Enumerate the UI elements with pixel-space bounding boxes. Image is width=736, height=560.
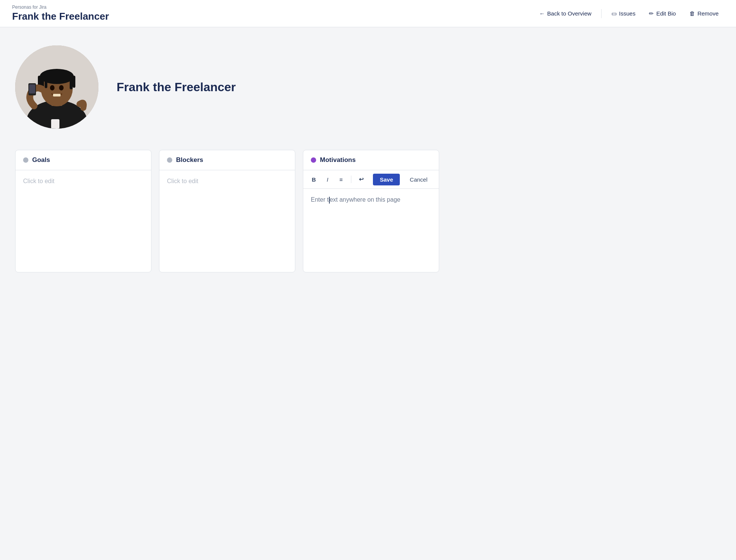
goals-card: Goals Click to edit xyxy=(15,150,151,272)
motivations-card-header: Motivations xyxy=(303,150,439,170)
italic-button[interactable]: I xyxy=(321,173,334,185)
arrow-left-icon: ← xyxy=(539,10,545,17)
header-nav: ← Back to Overview ▭ Issues ✏ Edit Bio 🗑… xyxy=(534,7,724,20)
goals-title: Goals xyxy=(32,156,50,164)
blockers-card-body[interactable]: Click to edit xyxy=(159,170,295,192)
motivations-card: Motivations B I ≡ ↩ Save Cancel xyxy=(303,150,439,272)
edit-bio-label: Edit Bio xyxy=(656,10,676,17)
save-button[interactable]: Save xyxy=(373,174,400,185)
list-button[interactable]: ≡ xyxy=(335,173,347,185)
blockers-dot xyxy=(167,157,172,163)
issues-button[interactable]: ▭ Issues xyxy=(606,7,641,20)
edit-bio-button[interactable]: ✏ Edit Bio xyxy=(644,7,681,20)
back-to-overview-button[interactable]: ← Back to Overview xyxy=(534,7,597,20)
motivations-title: Motivations xyxy=(320,156,356,164)
undo-icon: ↩ xyxy=(359,176,364,183)
svg-rect-15 xyxy=(29,84,35,93)
goals-card-header: Goals xyxy=(16,150,151,170)
cancel-button[interactable]: Cancel xyxy=(403,174,434,185)
nav-divider xyxy=(601,9,602,18)
editor-placeholder: Enter text anywhere on this page xyxy=(311,196,400,203)
svg-rect-9 xyxy=(70,75,73,89)
text-cursor xyxy=(329,197,330,204)
list-icon: ≡ xyxy=(340,176,343,183)
goals-dot xyxy=(23,157,28,163)
svg-point-11 xyxy=(50,85,55,90)
bookmark-icon: ▭ xyxy=(611,10,617,17)
pencil-icon: ✏ xyxy=(649,10,654,17)
blockers-placeholder[interactable]: Click to edit xyxy=(167,178,198,184)
motivations-dot xyxy=(311,157,316,163)
main-content: Frank the Freelancer Goals Click to edit… xyxy=(0,27,454,288)
avatar-image xyxy=(15,45,98,129)
blockers-title: Blockers xyxy=(176,156,203,164)
toolbar-divider xyxy=(351,176,351,183)
profile-section: Frank the Freelancer xyxy=(15,45,439,129)
svg-rect-10 xyxy=(73,76,75,88)
header: Personas for Jira Frank the Freelancer ←… xyxy=(0,0,736,27)
motivations-editor[interactable]: Enter text anywhere on this page xyxy=(303,189,439,272)
header-left: Personas for Jira Frank the Freelancer xyxy=(12,5,109,22)
trash-icon: 🗑 xyxy=(689,10,695,17)
app-name: Personas for Jira xyxy=(12,5,109,10)
avatar xyxy=(15,45,98,129)
toolbar-actions: Save Cancel xyxy=(373,174,434,185)
issues-label: Issues xyxy=(619,10,635,17)
svg-point-12 xyxy=(59,85,64,90)
svg-rect-13 xyxy=(53,94,61,96)
remove-button[interactable]: 🗑 Remove xyxy=(684,7,724,20)
editor-toolbar: B I ≡ ↩ Save Cancel xyxy=(303,170,439,189)
blockers-card-header: Blockers xyxy=(159,150,295,170)
back-label: Back to Overview xyxy=(547,10,591,17)
undo-button[interactable]: ↩ xyxy=(355,173,367,185)
profile-name: Frank the Freelancer xyxy=(117,80,236,94)
goals-card-body[interactable]: Click to edit xyxy=(16,170,151,192)
remove-label: Remove xyxy=(697,10,719,17)
svg-rect-8 xyxy=(45,74,47,88)
bold-button[interactable]: B xyxy=(308,173,320,185)
cards-row: Goals Click to edit Blockers Click to ed… xyxy=(15,150,439,272)
blockers-card: Blockers Click to edit xyxy=(159,150,295,272)
page-title: Frank the Freelancer xyxy=(12,11,109,22)
svg-rect-16 xyxy=(51,119,59,129)
goals-placeholder[interactable]: Click to edit xyxy=(23,178,55,184)
